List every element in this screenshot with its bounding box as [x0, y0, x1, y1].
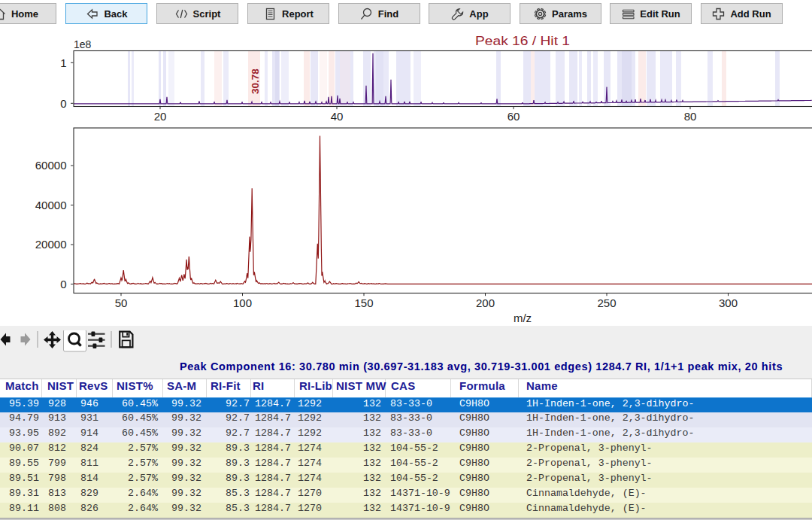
- svg-text:m/z: m/z: [514, 312, 532, 324]
- svg-text:0: 0: [60, 97, 66, 110]
- svg-text:30.78: 30.78: [250, 68, 261, 94]
- svg-text:60: 60: [508, 110, 520, 123]
- svg-text:Peak 16 / Hit 1: Peak 16 / Hit 1: [475, 35, 570, 47]
- svg-text:20000: 20000: [35, 238, 67, 251]
- svg-text:1: 1: [60, 56, 66, 69]
- svg-text:1e8: 1e8: [74, 38, 92, 50]
- svg-text:0: 0: [60, 278, 66, 290]
- svg-text:40: 40: [331, 110, 344, 123]
- svg-text:50: 50: [115, 296, 128, 309]
- svg-text:80: 80: [684, 110, 697, 123]
- svg-text:40000: 40000: [35, 199, 67, 211]
- svg-text:60000: 60000: [35, 159, 67, 172]
- svg-text:100: 100: [233, 296, 252, 309]
- svg-text:20: 20: [154, 110, 167, 123]
- svg-text:250: 250: [597, 296, 616, 309]
- svg-text:200: 200: [476, 296, 495, 309]
- svg-text:300: 300: [719, 296, 738, 309]
- svg-text:150: 150: [354, 296, 373, 309]
